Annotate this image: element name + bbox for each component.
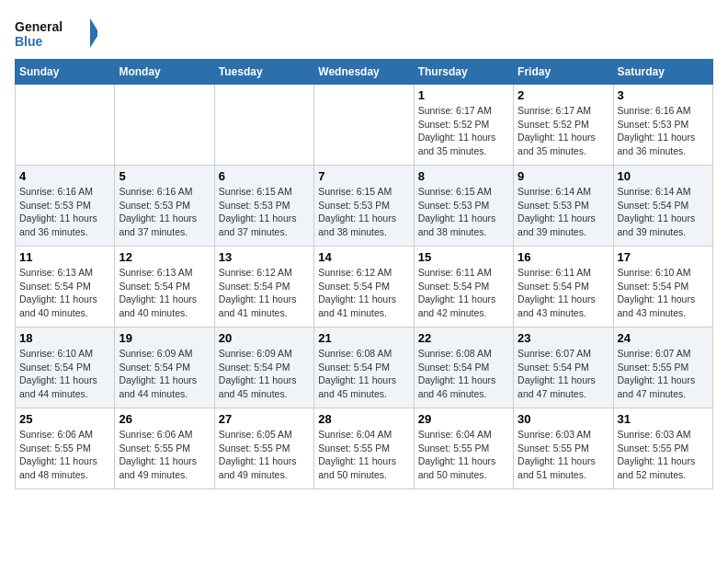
day-number: 16 — [518, 250, 609, 264]
day-number: 31 — [618, 412, 709, 426]
logo: General Blue — [15, 15, 97, 52]
calendar-cell: 14Sunrise: 6:12 AMSunset: 5:54 PMDayligh… — [314, 247, 414, 327]
calendar-cell: 8Sunrise: 6:15 AMSunset: 5:53 PMDaylight… — [414, 166, 513, 247]
day-number: 12 — [119, 250, 210, 264]
day-info: Sunrise: 6:13 AMSunset: 5:54 PMDaylight:… — [19, 266, 110, 320]
calendar-cell: 1Sunrise: 6:17 AMSunset: 5:52 PMDaylight… — [414, 85, 513, 166]
calendar-cell: 23Sunrise: 6:07 AMSunset: 5:54 PMDayligh… — [514, 327, 613, 408]
day-number: 9 — [518, 169, 609, 183]
day-info: Sunrise: 6:13 AMSunset: 5:54 PMDaylight:… — [119, 266, 210, 320]
day-number: 29 — [418, 412, 509, 426]
calendar-cell: 11Sunrise: 6:13 AMSunset: 5:54 PMDayligh… — [16, 247, 115, 327]
calendar-cell: 31Sunrise: 6:03 AMSunset: 5:55 PMDayligh… — [613, 408, 712, 489]
day-info: Sunrise: 6:03 AMSunset: 5:55 PMDaylight:… — [618, 428, 709, 482]
day-number: 8 — [418, 169, 509, 183]
day-info: Sunrise: 6:15 AMSunset: 5:53 PMDaylight:… — [318, 185, 409, 239]
day-number: 21 — [318, 331, 409, 345]
calendar-cell: 4Sunrise: 6:16 AMSunset: 5:53 PMDaylight… — [16, 166, 115, 247]
calendar-week-row: 18Sunrise: 6:10 AMSunset: 5:54 PMDayligh… — [16, 327, 713, 408]
day-info: Sunrise: 6:07 AMSunset: 5:55 PMDaylight:… — [618, 347, 709, 401]
calendar-cell: 7Sunrise: 6:15 AMSunset: 5:53 PMDaylight… — [314, 166, 414, 247]
calendar-cell: 30Sunrise: 6:03 AMSunset: 5:55 PMDayligh… — [514, 408, 613, 489]
calendar-cell — [115, 85, 214, 166]
day-info: Sunrise: 6:05 AMSunset: 5:55 PMDaylight:… — [219, 428, 310, 482]
weekday-row: SundayMondayTuesdayWednesdayThursdayFrid… — [16, 60, 713, 85]
day-info: Sunrise: 6:14 AMSunset: 5:54 PMDaylight:… — [618, 185, 709, 239]
weekday-header: Thursday — [414, 60, 513, 85]
day-number: 25 — [19, 412, 110, 426]
day-number: 23 — [518, 331, 609, 345]
calendar-cell: 9Sunrise: 6:14 AMSunset: 5:53 PMDaylight… — [514, 166, 613, 247]
calendar-cell: 27Sunrise: 6:05 AMSunset: 5:55 PMDayligh… — [214, 408, 313, 489]
logo-svg: General Blue — [15, 15, 97, 52]
calendar-cell: 26Sunrise: 6:06 AMSunset: 5:55 PMDayligh… — [115, 408, 214, 489]
calendar-header: SundayMondayTuesdayWednesdayThursdayFrid… — [16, 60, 713, 85]
day-info: Sunrise: 6:11 AMSunset: 5:54 PMDaylight:… — [518, 266, 609, 320]
calendar-cell: 15Sunrise: 6:11 AMSunset: 5:54 PMDayligh… — [414, 247, 513, 327]
day-number: 6 — [219, 169, 310, 183]
day-number: 18 — [19, 331, 110, 345]
weekday-header: Saturday — [613, 60, 712, 85]
page-header: General Blue — [15, 15, 713, 52]
day-number: 14 — [318, 250, 409, 264]
day-info: Sunrise: 6:10 AMSunset: 5:54 PMDaylight:… — [19, 347, 110, 401]
calendar-cell: 29Sunrise: 6:04 AMSunset: 5:55 PMDayligh… — [414, 408, 513, 489]
day-info: Sunrise: 6:04 AMSunset: 5:55 PMDaylight:… — [418, 428, 509, 482]
day-number: 30 — [518, 412, 609, 426]
calendar-cell: 13Sunrise: 6:12 AMSunset: 5:54 PMDayligh… — [214, 247, 313, 327]
day-number: 27 — [219, 412, 310, 426]
calendar-cell — [314, 85, 414, 166]
calendar-week-row: 4Sunrise: 6:16 AMSunset: 5:53 PMDaylight… — [16, 166, 713, 247]
calendar-table: SundayMondayTuesdayWednesdayThursdayFrid… — [15, 59, 713, 489]
day-info: Sunrise: 6:06 AMSunset: 5:55 PMDaylight:… — [19, 428, 110, 482]
calendar-cell: 19Sunrise: 6:09 AMSunset: 5:54 PMDayligh… — [115, 327, 214, 408]
day-number: 4 — [19, 169, 110, 183]
day-number: 20 — [219, 331, 310, 345]
day-number: 1 — [418, 88, 509, 102]
day-info: Sunrise: 6:15 AMSunset: 5:53 PMDaylight:… — [418, 185, 509, 239]
day-info: Sunrise: 6:04 AMSunset: 5:55 PMDaylight:… — [318, 428, 409, 482]
calendar-cell: 12Sunrise: 6:13 AMSunset: 5:54 PMDayligh… — [115, 247, 214, 327]
day-number: 17 — [618, 250, 709, 264]
day-info: Sunrise: 6:12 AMSunset: 5:54 PMDaylight:… — [318, 266, 409, 320]
calendar-week-row: 25Sunrise: 6:06 AMSunset: 5:55 PMDayligh… — [16, 408, 713, 489]
day-number: 5 — [119, 169, 210, 183]
calendar-cell: 10Sunrise: 6:14 AMSunset: 5:54 PMDayligh… — [613, 166, 712, 247]
day-number: 15 — [418, 250, 509, 264]
calendar-cell: 17Sunrise: 6:10 AMSunset: 5:54 PMDayligh… — [613, 247, 712, 327]
calendar-body: 1Sunrise: 6:17 AMSunset: 5:52 PMDaylight… — [16, 85, 713, 489]
calendar-cell: 16Sunrise: 6:11 AMSunset: 5:54 PMDayligh… — [514, 247, 613, 327]
calendar-cell: 6Sunrise: 6:15 AMSunset: 5:53 PMDaylight… — [214, 166, 313, 247]
calendar-week-row: 11Sunrise: 6:13 AMSunset: 5:54 PMDayligh… — [16, 247, 713, 327]
calendar-cell: 20Sunrise: 6:09 AMSunset: 5:54 PMDayligh… — [214, 327, 313, 408]
day-number: 26 — [119, 412, 210, 426]
day-number: 2 — [518, 88, 609, 102]
calendar-cell: 2Sunrise: 6:17 AMSunset: 5:52 PMDaylight… — [514, 85, 613, 166]
weekday-header: Tuesday — [214, 60, 313, 85]
day-number: 13 — [219, 250, 310, 264]
day-info: Sunrise: 6:16 AMSunset: 5:53 PMDaylight:… — [618, 104, 709, 158]
weekday-header: Wednesday — [314, 60, 414, 85]
day-number: 11 — [19, 250, 110, 264]
calendar-cell: 22Sunrise: 6:08 AMSunset: 5:54 PMDayligh… — [414, 327, 513, 408]
day-number: 22 — [418, 331, 509, 345]
calendar-cell: 18Sunrise: 6:10 AMSunset: 5:54 PMDayligh… — [16, 327, 115, 408]
day-number: 10 — [618, 169, 709, 183]
day-info: Sunrise: 6:03 AMSunset: 5:55 PMDaylight:… — [518, 428, 609, 482]
day-info: Sunrise: 6:11 AMSunset: 5:54 PMDaylight:… — [418, 266, 509, 320]
calendar-week-row: 1Sunrise: 6:17 AMSunset: 5:52 PMDaylight… — [16, 85, 713, 166]
weekday-header: Sunday — [16, 60, 115, 85]
day-info: Sunrise: 6:06 AMSunset: 5:55 PMDaylight:… — [119, 428, 210, 482]
day-info: Sunrise: 6:15 AMSunset: 5:53 PMDaylight:… — [219, 185, 310, 239]
calendar-cell: 28Sunrise: 6:04 AMSunset: 5:55 PMDayligh… — [314, 408, 414, 489]
day-info: Sunrise: 6:16 AMSunset: 5:53 PMDaylight:… — [19, 185, 110, 239]
day-info: Sunrise: 6:09 AMSunset: 5:54 PMDaylight:… — [219, 347, 310, 401]
calendar-cell: 21Sunrise: 6:08 AMSunset: 5:54 PMDayligh… — [314, 327, 414, 408]
day-number: 28 — [318, 412, 409, 426]
day-info: Sunrise: 6:07 AMSunset: 5:54 PMDaylight:… — [518, 347, 609, 401]
svg-text:Blue: Blue — [15, 34, 43, 49]
day-info: Sunrise: 6:16 AMSunset: 5:53 PMDaylight:… — [119, 185, 210, 239]
day-info: Sunrise: 6:10 AMSunset: 5:54 PMDaylight:… — [618, 266, 709, 320]
day-number: 24 — [618, 331, 709, 345]
day-info: Sunrise: 6:09 AMSunset: 5:54 PMDaylight:… — [119, 347, 210, 401]
